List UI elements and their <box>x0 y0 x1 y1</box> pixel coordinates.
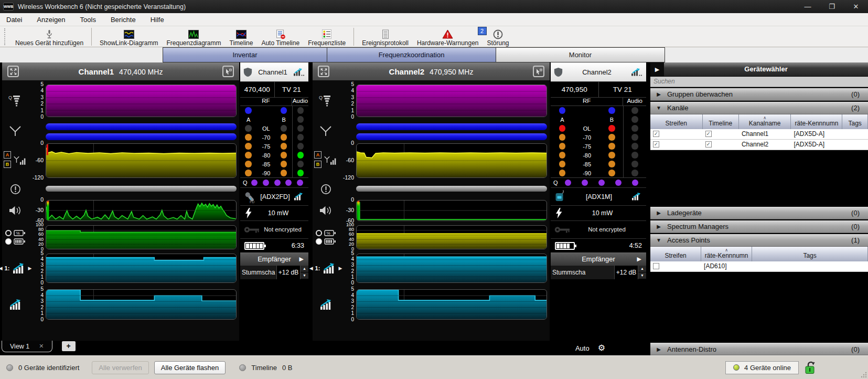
row-checkbox[interactable]: ✓ <box>653 141 659 148</box>
frequency-value[interactable]: 470,950 <box>551 82 599 97</box>
sidebar-section-ladeger-te[interactable]: ▶Ladegeräte(0) <box>650 207 868 219</box>
showlink-prev-icon[interactable]: ◀ <box>0 266 3 271</box>
led-indicator <box>297 107 304 114</box>
showlink-nav-icon: ◀1:▶ <box>2 254 28 283</box>
gain-stepper[interactable]: ▲▼ <box>301 266 308 279</box>
row-checkbox[interactable]: ✓ <box>705 141 712 148</box>
channel1-info-header[interactable]: Channel1 <box>240 62 308 81</box>
menu-item-hilfe[interactable]: Hilfe <box>151 16 164 24</box>
battery-percent-radio[interactable] <box>316 230 322 236</box>
column-header-timeline[interactable]: Timeline <box>703 114 739 129</box>
svg-text:Q: Q <box>319 95 323 100</box>
devices-online-indicator[interactable]: 4 Geräte online <box>725 361 799 374</box>
menu-item-tools[interactable]: Tools <box>80 16 96 24</box>
mute-label[interactable]: Stummscha <box>240 266 276 279</box>
rf-threshold-label: -75 <box>574 142 601 151</box>
column-header-tags[interactable]: Tags <box>842 114 868 129</box>
section-count: (1) <box>851 236 868 244</box>
chart-y-axis: 100806040200 <box>339 225 355 249</box>
gain-value[interactable]: +12 dB <box>276 266 301 279</box>
menu-item-datei[interactable]: Datei <box>6 16 22 24</box>
discard-all-button[interactable]: Alle verwerfen <box>92 361 148 374</box>
receiver-button[interactable]: Empfänger▶ <box>240 252 308 265</box>
table-row[interactable]: ✓✓Channel1[ADX5D-A] <box>650 129 868 140</box>
mute-label[interactable]: Stummscha <box>551 266 614 279</box>
sidebar-section-access-points[interactable]: ▼Access Points(1) <box>650 234 868 247</box>
close-button[interactable]: ✕ <box>844 0 868 13</box>
auto-layout-label[interactable]: Auto <box>575 344 590 352</box>
sidebar-section-gruppen-berwachen[interactable]: ▶Gruppen überwachen(0) <box>650 88 868 101</box>
toolbar-showlink-chart[interactable]: ShowLink-Diagramm <box>95 27 162 47</box>
rf-antenna-icon: AB <box>2 143 28 178</box>
gain-value[interactable]: +12 dB <box>614 266 638 279</box>
tx-power-icon <box>555 207 563 219</box>
column-header-tags[interactable]: Tags <box>752 247 868 261</box>
interference-alert-icon <box>493 29 503 39</box>
sidebar-section-antennen-distro[interactable]: ▶Antennen-Distro(0) <box>650 343 868 355</box>
menu-item-berichte[interactable]: Berichte <box>111 16 136 24</box>
battery-percent-radio[interactable] <box>5 230 12 236</box>
showlink-prev-icon[interactable]: ◀ <box>309 266 313 271</box>
popout-icon[interactable] <box>533 66 544 77</box>
popout-icon[interactable] <box>222 66 234 77</box>
column-header-streifen[interactable]: Streifen <box>650 247 701 261</box>
table-row[interactable]: ✓✓Channel2[ADX5D-A] <box>650 140 868 150</box>
sidebar-section-kan-le[interactable]: ▼Kanäle(2) <box>650 102 868 114</box>
gear-icon[interactable]: ⚙ <box>598 344 605 352</box>
toolbar-event-log[interactable]: Ereignisprotokoll <box>358 27 413 47</box>
column-header-kanalname[interactable]: ∧Kanalname <box>739 114 791 129</box>
flash-all-button[interactable]: Alle Geräte flashen <box>154 361 226 374</box>
tab-frequenzkoordination[interactable]: Frequenzkoordination <box>327 47 496 62</box>
toolbar-add-device-mic[interactable]: Neues Gerät hinzufügen <box>11 27 88 47</box>
toolbar-hardware-warning[interactable]: Hardware-Warnungen2 <box>413 27 483 47</box>
sidebar-section-spectrum-managers[interactable]: ▶Spectrum Managers(0) <box>650 220 868 233</box>
toolbar-drag-handle[interactable] <box>4 28 7 45</box>
channel-strip-1: Channel1470,400 MHz Q543210AB0-60-1200-3… <box>0 62 308 341</box>
maximize-button[interactable]: ❐ <box>820 0 844 13</box>
column-header-r-te-kennnumn[interactable]: räte-Kennnumn <box>791 114 842 129</box>
gain-stepper[interactable]: ▲▼ <box>638 266 646 279</box>
gain-down-icon[interactable]: ▼ <box>301 272 308 279</box>
channel2-info-header[interactable]: Channel2 <box>551 62 646 81</box>
toolbar-frequency-chart[interactable]: Frequenzdiagramm <box>162 27 225 47</box>
view-tab[interactable]: View 1 ✕ <box>2 341 52 352</box>
toolbar-frequency-list[interactable]: Frequenzliste <box>304 27 350 47</box>
battery-bars-radio[interactable] <box>5 238 12 245</box>
row-checkbox[interactable]: ✓ <box>653 131 659 137</box>
frequency-value[interactable]: 470,400 <box>240 82 275 97</box>
sidebar-collapse-icon[interactable]: ▶ <box>650 62 664 76</box>
gain-down-icon[interactable]: ▼ <box>638 272 646 279</box>
column-header-r-te-kennnumn[interactable]: ∧räte-Kennnumn <box>701 247 752 261</box>
expand-icon[interactable] <box>318 66 329 77</box>
close-view-icon[interactable]: ✕ <box>39 343 44 350</box>
row-checkbox[interactable]: ✓ <box>705 131 712 137</box>
antenna-b-label: B <box>314 161 322 168</box>
toolbar-timeline-chart[interactable]: Timeline <box>226 27 258 47</box>
timeline-size: 0 B <box>282 364 293 372</box>
led-indicator <box>559 134 566 141</box>
sidebar-spacer <box>650 272 868 342</box>
rf-threshold-label: -85 <box>256 160 275 169</box>
toolbar-interference-alert[interactable]: Störung <box>483 27 513 47</box>
column-header-streifen[interactable]: Streifen <box>650 114 703 129</box>
battery-bars-radio[interactable] <box>316 238 322 245</box>
receiver-button[interactable]: Empfänger▶ <box>551 252 646 265</box>
menu-item-anzeigen[interactable]: Anzeigen <box>37 16 65 24</box>
encryption-key-icon <box>243 226 260 234</box>
tab-monitor[interactable]: Monitor <box>496 47 665 62</box>
table-row[interactable]: [AD610] <box>650 261 868 272</box>
gain-up-icon[interactable]: ▲ <box>638 266 646 272</box>
unlocked-icon[interactable] <box>804 361 817 375</box>
toolbar-auto-timeline[interactable]: Auto Timeline <box>257 27 304 47</box>
chart-y-axis: 0-30-60 <box>339 200 355 221</box>
tab-inventar[interactable]: Inventar <box>163 47 327 62</box>
encryption-status: Not encrypted <box>587 226 626 234</box>
add-view-button[interactable]: + <box>62 341 76 351</box>
minimize-button[interactable]: — <box>796 0 820 13</box>
search-input[interactable] <box>650 77 868 87</box>
resize-grip-icon[interactable] <box>860 371 867 378</box>
showlink-mini-icon <box>631 193 644 201</box>
expand-icon[interactable] <box>7 66 19 77</box>
gain-up-icon[interactable]: ▲ <box>301 266 308 272</box>
row-checkbox[interactable] <box>653 263 659 269</box>
